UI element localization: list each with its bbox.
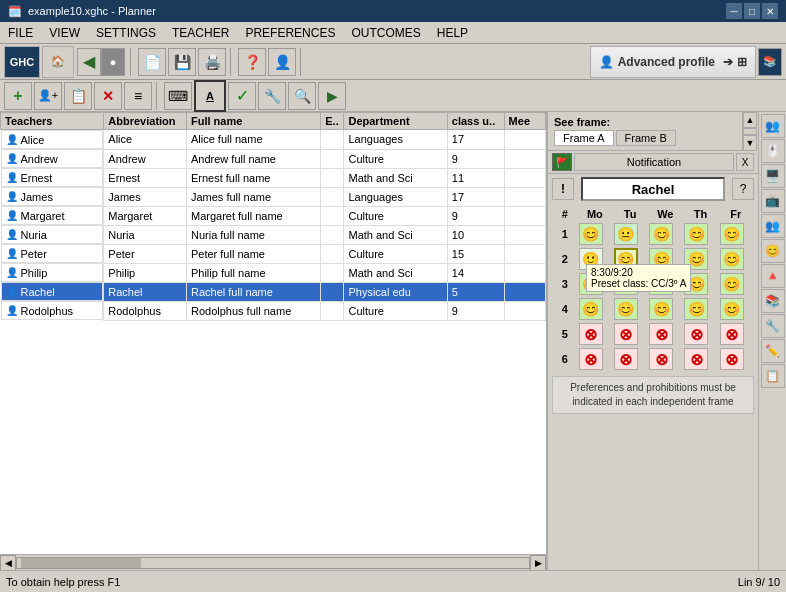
edit-button[interactable]: 🔧	[258, 82, 286, 110]
right-scroll-track[interactable]	[743, 128, 757, 135]
sidebar-icon-monitor1[interactable]: 🖥️	[761, 164, 785, 188]
table-row[interactable]: 👤JamesJamesJames full nameLanguages17	[1, 187, 546, 206]
print-button[interactable]: 🖨️	[198, 48, 226, 76]
stop-button[interactable]: ●	[101, 48, 125, 76]
menu-teacher[interactable]: TEACHER	[164, 24, 237, 42]
frame-b-button[interactable]: Frame B	[616, 130, 676, 146]
schedule-cell[interactable]: ⊗	[648, 322, 682, 346]
minimize-button[interactable]: ─	[726, 3, 742, 19]
sidebar-icon-cursor[interactable]: 🖱️	[761, 139, 785, 163]
table-row[interactable]: 👤AndrewAndrewAndrew full nameCulture9	[1, 149, 546, 168]
menu-outcomes[interactable]: OUTCOMES	[343, 24, 428, 42]
table-row[interactable]: 👤AliceAliceAlice full nameLanguages17	[1, 130, 546, 150]
back-button[interactable]: ◀	[77, 48, 101, 76]
table-scroll[interactable]: Teachers Abbreviation Full name E.. Depa…	[0, 112, 546, 554]
schedule-cell[interactable]: 😊	[578, 272, 612, 296]
exclamation-button[interactable]: !	[552, 178, 574, 200]
schedule-cell[interactable]: ⊗	[578, 347, 612, 371]
home-button[interactable]: 🏠	[42, 46, 74, 78]
table-row[interactable]: 👤RachelRachelRachel full namePhysical ed…	[1, 282, 546, 301]
schedule-cell[interactable]: 😊	[613, 247, 647, 271]
scroll-right-arrow[interactable]: ▶	[530, 555, 546, 571]
schedule-cell[interactable]: 😊	[683, 247, 717, 271]
menu-file[interactable]: FILE	[0, 24, 41, 42]
schedule-cell[interactable]: 😊	[719, 247, 753, 271]
table-row[interactable]: 👤NuriaNuriaNuria full nameMath and Sci10	[1, 225, 546, 244]
list-button[interactable]: ≡	[124, 82, 152, 110]
menu-view[interactable]: VIEW	[41, 24, 88, 42]
maximize-button[interactable]: □	[744, 3, 760, 19]
play-button[interactable]: ▶	[318, 82, 346, 110]
sidebar-icon-people2[interactable]: 👥	[761, 214, 785, 238]
sidebar-icon-clipboard[interactable]: 📋	[761, 364, 785, 388]
save-button[interactable]: 💾	[168, 48, 196, 76]
schedule-cell[interactable]: 😊	[648, 272, 682, 296]
col-class: class u..	[447, 113, 504, 130]
sidebar-icon-smile[interactable]: 😊	[761, 239, 785, 263]
user-button[interactable]: 👤	[268, 48, 296, 76]
notification-button[interactable]: Notification	[574, 153, 734, 171]
new-button[interactable]: 📄	[138, 48, 166, 76]
schedule-cell[interactable]: 😊	[578, 297, 612, 321]
schedule-cell[interactable]: 🙂	[578, 247, 612, 271]
schedule-cell[interactable]: 😐	[613, 222, 647, 246]
notification-close-button[interactable]: X	[736, 153, 754, 171]
right-scroll-down[interactable]: ▼	[743, 135, 757, 151]
copy-button[interactable]: 📋	[64, 82, 92, 110]
schedule-cell[interactable]: 😊	[648, 222, 682, 246]
schedule-cell[interactable]: 😊	[719, 272, 753, 296]
schedule-cell[interactable]: 😊	[719, 297, 753, 321]
table-row[interactable]: 👤PhilipPhilipPhilip full nameMath and Sc…	[1, 263, 546, 282]
schedule-cell[interactable]: 😊	[578, 222, 612, 246]
schedule-cell[interactable]: ⊗	[613, 322, 647, 346]
col-abbreviation: Abbreviation	[104, 113, 187, 130]
frame-a-button[interactable]: Frame A	[554, 130, 614, 146]
schedule-cell[interactable]: ⊗	[683, 347, 717, 371]
schedule-cell[interactable]: 😊	[648, 297, 682, 321]
menu-help[interactable]: HELP	[429, 24, 476, 42]
schedule-cell[interactable]: 😊	[683, 272, 717, 296]
schedule-cell[interactable]: ⊗	[578, 322, 612, 346]
table-row[interactable]: 👤RodolphusRodolphusRodolphus full nameCu…	[1, 301, 546, 320]
sidebar-icon-book[interactable]: 📚	[761, 289, 785, 313]
add-button[interactable]: +	[4, 82, 32, 110]
menu-settings[interactable]: SETTINGS	[88, 24, 164, 42]
add-user-button[interactable]: 👤+	[34, 82, 62, 110]
check-button[interactable]: ✓	[228, 82, 256, 110]
right-sidebar-icon1[interactable]: 📚	[758, 48, 782, 76]
keyboard-button[interactable]: ⌨	[164, 82, 192, 110]
table-row[interactable]: 👤PeterPeterPeter full nameCulture15	[1, 244, 546, 263]
sidebar-icon-people[interactable]: 👥	[761, 114, 785, 138]
advanced-profile-button[interactable]: 👤 Advanced profile ➔ ⊞	[590, 46, 756, 78]
ghc-logo-button[interactable]: GHC	[4, 46, 40, 78]
schedule-cell[interactable]: 😊	[648, 247, 682, 271]
table-row[interactable]: 👤MargaretMargaretMargaret full nameCultu…	[1, 206, 546, 225]
scroll-track[interactable]	[16, 557, 530, 569]
sidebar-icon-monitor2[interactable]: 📺	[761, 189, 785, 213]
schedule-cell[interactable]: 😊	[719, 222, 753, 246]
schedule-cell[interactable]: 😊	[683, 222, 717, 246]
text-button[interactable]: A	[194, 80, 226, 112]
search-button[interactable]: 🔍	[288, 82, 316, 110]
scroll-thumb[interactable]	[21, 558, 141, 568]
scroll-left-arrow[interactable]: ◀	[0, 555, 16, 571]
notification-flag[interactable]: 🚩	[552, 153, 572, 171]
menu-preferences[interactable]: PREFERENCES	[237, 24, 343, 42]
schedule-cell[interactable]: ⊗	[719, 347, 753, 371]
schedule-cell[interactable]: ⊗	[683, 322, 717, 346]
sidebar-icon-shape[interactable]: 🔺	[761, 264, 785, 288]
question-button[interactable]: ?	[732, 178, 754, 200]
schedule-cell[interactable]: ⊗	[719, 322, 753, 346]
table-row[interactable]: 👤ErnestErnestErnest full nameMath and Sc…	[1, 168, 546, 187]
schedule-cell[interactable]: 😊	[683, 297, 717, 321]
close-button[interactable]: ✕	[762, 3, 778, 19]
sidebar-icon-pencil[interactable]: ✏️	[761, 339, 785, 363]
schedule-cell[interactable]: 😊	[613, 297, 647, 321]
help-button[interactable]: ❓	[238, 48, 266, 76]
schedule-cell[interactable]: ⊗	[613, 347, 647, 371]
delete-button[interactable]: ✕	[94, 82, 122, 110]
schedule-cell[interactable]: ⊗	[648, 347, 682, 371]
schedule-cell[interactable]: 😊	[613, 272, 647, 296]
sidebar-icon-gear[interactable]: 🔧	[761, 314, 785, 338]
right-scroll-up[interactable]: ▲	[743, 112, 757, 128]
